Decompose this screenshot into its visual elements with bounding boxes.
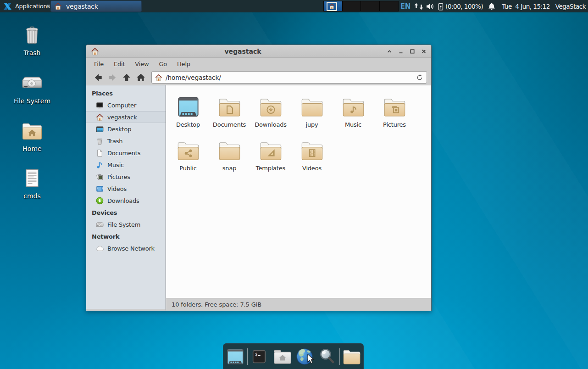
desktop-icon-file-system[interactable]: File System — [7, 72, 57, 105]
pictures-icon — [96, 173, 104, 181]
folder-pictures[interactable]: Pictures — [374, 95, 415, 129]
folder-videos-icon — [300, 139, 324, 162]
sidebar-item-documents[interactable]: Documents — [86, 147, 166, 159]
folder-icon — [217, 139, 242, 162]
notification-bell-icon[interactable] — [488, 2, 496, 11]
applications-menu-label: Applications — [15, 3, 50, 10]
search-icon — [317, 347, 337, 366]
home-button[interactable] — [134, 72, 147, 84]
dock-separator — [339, 348, 340, 365]
desktop-icon-label: File System — [14, 97, 50, 105]
network-arrows-icon[interactable] — [414, 3, 424, 10]
host-label: VegaStack — [555, 3, 586, 10]
statusbar-text: 10 folders, Free space: 7.5 GiB — [172, 301, 261, 308]
sidebar-item-music[interactable]: Music — [86, 159, 166, 171]
up-icon — [122, 73, 132, 83]
panel-handle — [47, 0, 50, 12]
battery-icon[interactable] — [437, 2, 444, 11]
desktop-icon-trash[interactable]: Trash — [7, 24, 57, 56]
folder-downloads-icon — [259, 95, 283, 119]
mouse-cursor — [305, 353, 316, 364]
folder-icon — [300, 95, 324, 119]
up-button[interactable] — [120, 72, 133, 84]
sidebar-item-vegastack[interactable]: vegastack — [86, 111, 166, 123]
back-button[interactable] — [92, 72, 104, 84]
applications-menu-button[interactable]: Applications — [3, 0, 50, 12]
folder-public-icon — [176, 139, 200, 162]
keyboard-layout-indicator[interactable]: EN — [400, 2, 410, 11]
menu-view[interactable]: View — [130, 59, 154, 69]
dock-folder-button[interactable] — [342, 347, 361, 366]
folder-downloads[interactable]: Downloads — [250, 95, 291, 129]
minimize-button[interactable] — [398, 49, 404, 54]
workspace-1[interactable] — [324, 1, 343, 11]
dock-terminal-button[interactable] — [251, 349, 267, 364]
workspace-switcher[interactable] — [323, 1, 399, 11]
desktop-icon-cmds[interactable]: cmds — [7, 167, 57, 200]
window-icon-home — [91, 47, 99, 56]
computer-icon — [96, 101, 104, 109]
folder-public[interactable]: Public — [167, 139, 209, 172]
menu-file[interactable]: File — [89, 59, 109, 69]
refresh-icon[interactable] — [416, 74, 423, 81]
sidebar-item-computer[interactable]: Computer — [86, 99, 166, 111]
maximize-button[interactable] — [410, 49, 415, 54]
dock-show-desktop-button[interactable] — [226, 347, 245, 366]
folder-snap[interactable]: snap — [209, 139, 250, 172]
dock — [223, 343, 364, 369]
folder-music[interactable]: Music — [333, 95, 374, 129]
folder-desktop[interactable]: Desktop — [167, 95, 209, 129]
folder-templates[interactable]: Templates — [250, 139, 291, 172]
folder-videos[interactable]: Videos — [291, 139, 333, 172]
back-icon — [93, 73, 103, 83]
workspace-4[interactable] — [380, 1, 398, 11]
sidebar-item-file-system[interactable]: File System — [86, 218, 166, 230]
sidebar-item-trash[interactable]: Trash — [86, 135, 166, 147]
path-text[interactable]: /home/vegastack/ — [166, 74, 416, 81]
taskbar-window-button[interactable]: vegastack — [50, 0, 142, 12]
system-tray: EN (0:00, 100%) Tue 4 Jun, 15:12 VegaSta… — [400, 0, 588, 12]
battery-status-text: (0:00, 100%) — [445, 3, 483, 10]
dock-search-button[interactable] — [317, 347, 337, 366]
file-manager-icon — [272, 347, 293, 366]
close-button[interactable] — [421, 49, 427, 54]
desktop-icon-home[interactable]: Home — [7, 120, 57, 152]
sidebar-item-desktop[interactable]: Desktop — [86, 123, 166, 135]
workspace-3[interactable] — [361, 1, 380, 11]
document-icon — [96, 149, 104, 157]
network-icon — [96, 245, 104, 252]
home-icon — [136, 73, 146, 83]
menu-help[interactable]: Help — [172, 59, 195, 69]
folder-jupy[interactable]: jupy — [291, 95, 333, 129]
sidebar-item-downloads[interactable]: Downloads — [86, 195, 166, 207]
menu-go[interactable]: Go — [154, 59, 172, 69]
clock[interactable]: Tue 4 Jun, 15:12 — [502, 3, 550, 10]
sidebar-item-browse-network[interactable]: Browse Network — [86, 242, 166, 254]
home-folder-icon — [21, 120, 43, 142]
top-panel: Applications vegastack EN (0:00, 100%) T… — [0, 0, 588, 12]
forward-button[interactable] — [106, 72, 118, 84]
shade-button[interactable] — [387, 49, 392, 54]
folder-music-icon — [341, 95, 366, 119]
home-icon — [329, 3, 335, 9]
volume-icon[interactable] — [426, 3, 435, 10]
path-bar[interactable]: /home/vegastack/ — [151, 71, 427, 84]
window-titlebar[interactable]: vegastack — [86, 45, 431, 58]
desktop-icon-label: Trash — [24, 49, 41, 56]
menu-edit[interactable]: Edit — [109, 59, 130, 69]
dock-file-manager-button[interactable] — [272, 347, 293, 366]
folder-pictures-icon — [383, 95, 407, 119]
drive-icon — [96, 221, 104, 229]
sidebar-item-videos[interactable]: Videos — [86, 183, 166, 195]
sidebar-header-network: Network — [86, 230, 166, 242]
workspace-window-miniature — [327, 2, 337, 11]
home-icon — [96, 113, 104, 121]
trash-icon — [21, 24, 43, 46]
workspace-2[interactable] — [343, 1, 361, 11]
sidebar-item-pictures[interactable]: Pictures — [86, 171, 166, 183]
folder-documents-icon — [217, 95, 242, 119]
taskbar-window-label: vegastack — [66, 3, 98, 10]
folder-documents[interactable]: Documents — [209, 95, 250, 129]
text-file-icon — [21, 167, 43, 189]
home-icon — [155, 74, 162, 81]
